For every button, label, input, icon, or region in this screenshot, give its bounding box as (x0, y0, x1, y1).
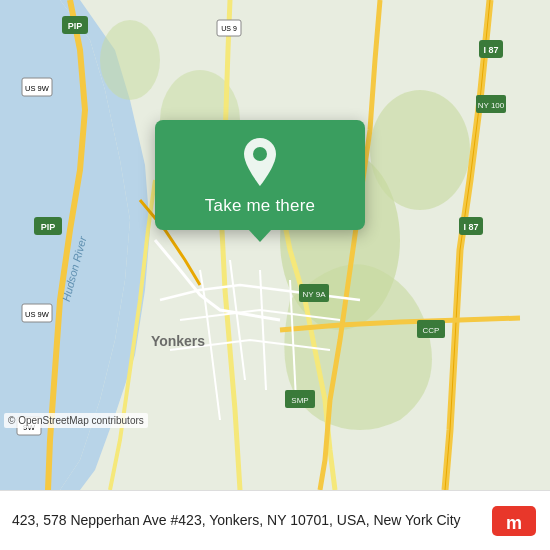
location-pin-icon (238, 136, 282, 188)
svg-text:Yonkers: Yonkers (151, 333, 205, 349)
osm-credit: © OpenStreetMap contributors (4, 413, 148, 428)
svg-text:CCP: CCP (423, 326, 440, 335)
map-container: PIP US 9 US 9W I 87 NY 100 US 9 NY 9A I … (0, 0, 550, 490)
moovit-logo-svg: m (490, 502, 538, 540)
svg-text:NY 9A: NY 9A (303, 290, 327, 299)
svg-text:US 9: US 9 (221, 25, 237, 32)
svg-text:US 9W: US 9W (25, 84, 50, 93)
svg-text:PIP: PIP (68, 21, 83, 31)
svg-text:SMP: SMP (291, 396, 308, 405)
svg-text:PIP: PIP (41, 222, 56, 232)
take-me-there-button[interactable]: Take me there (205, 196, 315, 216)
svg-point-2 (370, 90, 470, 210)
svg-text:m: m (506, 513, 522, 533)
address-text: 423, 578 Nepperhan Ave #423, Yonkers, NY… (12, 511, 480, 531)
svg-point-33 (253, 147, 267, 161)
moovit-logo: m (490, 502, 538, 540)
popup-card[interactable]: Take me there (155, 120, 365, 230)
svg-text:I 87: I 87 (463, 222, 478, 232)
osm-credit-text: © OpenStreetMap contributors (8, 415, 144, 426)
svg-text:NY 100: NY 100 (478, 101, 505, 110)
svg-text:US 9W: US 9W (25, 310, 50, 319)
info-bar: 423, 578 Nepperhan Ave #423, Yonkers, NY… (0, 490, 550, 550)
svg-text:I 87: I 87 (483, 45, 498, 55)
svg-point-4 (100, 20, 160, 100)
